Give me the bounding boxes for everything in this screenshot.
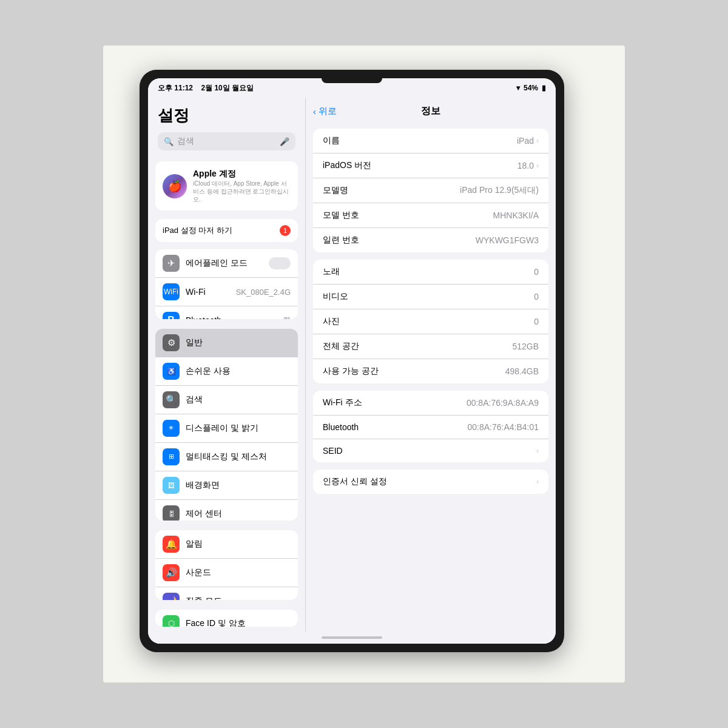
apple-account-item[interactable]: 🍎 Apple 계정 iCloud 데이터, App Store, Apple … — [155, 161, 298, 211]
connectivity-group: ✈ 에어플레인 모드 WiFi Wi-Fi SK_080E_2.4G B Blu… — [155, 249, 298, 319]
sidebar-header: 설정 🔍 검색 🎤 — [148, 98, 305, 155]
status-time: 오후 11:12 — [158, 84, 193, 92]
wifi-address-value: 00:8A:76:9A:8A:A9 — [467, 398, 539, 408]
settings-item-search[interactable]: 🔍 검색 — [155, 386, 298, 414]
settings-item-airplane[interactable]: ✈ 에어플레인 모드 — [155, 249, 298, 278]
info-row-certificate[interactable]: 인증서 신뢰 설정 › — [313, 470, 548, 494]
setup-text: iPad 설정 마저 하기 — [163, 225, 232, 236]
seid-value: › — [536, 447, 539, 455]
notifications-group: 🔔 알림 🔊 사운드 🌙 집중 모드 ⏱ — [155, 530, 298, 600]
apple-account-title: Apple 계정 — [193, 169, 291, 180]
airplane-toggle[interactable] — [269, 257, 291, 269]
status-date: 2월 10일 월요일 — [201, 84, 254, 92]
wallpaper-icon: 🖼 — [163, 477, 180, 494]
settings-item-wallpaper[interactable]: 🖼 배경화면 — [155, 471, 298, 500]
back-label: 위로 — [318, 106, 337, 117]
search-label: 검색 — [186, 394, 291, 405]
accessibility-icon: ♿ — [163, 363, 180, 380]
settings-item-accessibility[interactable]: ♿ 손쉬운 사용 — [155, 357, 298, 386]
name-label: 이름 — [323, 135, 340, 146]
display-label: 디스플레이 및 밝기 — [186, 423, 291, 434]
mic-icon: 🎤 — [280, 137, 289, 146]
wifi-value: SK_080E_2.4G — [236, 288, 291, 297]
certificate-section: 인증서 신뢰 설정 › — [313, 470, 548, 494]
info-row-photos: 사진 0 — [313, 309, 548, 334]
info-row-seid[interactable]: SEID › — [313, 439, 548, 462]
accessibility-label: 손쉬운 사용 — [186, 366, 291, 377]
info-row-ipados[interactable]: iPadOS 버전 18.0 › — [313, 153, 548, 178]
info-row-songs: 노래 0 — [313, 260, 548, 285]
faceid-label: Face ID 및 암호 — [186, 618, 291, 627]
page-background: 오후 11:12 2월 10일 월요일 ▾ 54% ▮ 설정 — [0, 0, 728, 728]
airplane-icon: ✈ — [163, 255, 180, 272]
songs-value: 0 — [534, 267, 539, 277]
settings-sidebar: 설정 🔍 검색 🎤 🍎 Apple 계정 iCloud 데이터, App Sto… — [148, 98, 306, 632]
device-info-section: 이름 iPad › iPadOS 버전 18.0 › — [313, 129, 548, 252]
faceid-icon: ⬡ — [163, 615, 180, 627]
settings-item-bluetooth[interactable]: B Bluetooth 켬 — [155, 306, 298, 319]
available-storage-label: 사용 가능 공간 — [323, 366, 379, 377]
back-chevron-icon: ‹ — [313, 106, 316, 116]
sounds-icon: 🔊 — [163, 564, 180, 581]
notifications-icon: 🔔 — [163, 536, 180, 553]
info-row-videos: 비디오 0 — [313, 285, 548, 309]
nav-back-button[interactable]: ‹ 위로 — [313, 106, 337, 117]
info-row-available-storage: 사용 가능 공간 498.4GB — [313, 359, 548, 383]
ipad-screen: 오후 11:12 2월 10일 월요일 ▾ 54% ▮ 설정 — [148, 78, 556, 644]
settings-item-sounds[interactable]: 🔊 사운드 — [155, 559, 298, 587]
display-icon: ☀ — [163, 420, 180, 437]
settings-item-wifi[interactable]: WiFi Wi-Fi SK_080E_2.4G — [155, 278, 298, 306]
ipad-device: 오후 11:12 2월 10일 월요일 ▾ 54% ▮ 설정 — [140, 70, 564, 652]
serial-value: WYKWG1FGW3 — [476, 235, 539, 245]
info-row-model-name: 모델명 iPad Pro 12.9(5세대) — [313, 178, 548, 203]
network-section: Wi-Fi 주소 00:8A:76:9A:8A:A9 Bluetooth 00:… — [313, 391, 548, 462]
wifi-address-label: Wi-Fi 주소 — [323, 397, 362, 408]
wifi-settings-icon: WiFi — [163, 283, 180, 300]
battery-icon: ▮ — [542, 84, 546, 92]
apple-account-subtitle: iCloud 데이터, App Store, Apple 서비스 등에 접근하려… — [193, 180, 291, 203]
settings-item-notifications[interactable]: 🔔 알림 — [155, 530, 298, 559]
home-bar — [322, 636, 382, 639]
settings-item-faceid[interactable]: ⬡ Face ID 및 암호 — [155, 610, 298, 627]
settings-item-display[interactable]: ☀ 디스플레이 및 밝기 — [155, 414, 298, 443]
info-row-bluetooth-address: Bluetooth 00:8A:76:A4:B4:01 — [313, 416, 548, 439]
search-bar[interactable]: 🔍 검색 🎤 — [158, 132, 295, 150]
certificate-value: › — [536, 477, 539, 486]
search-settings-icon: 🔍 — [163, 391, 180, 408]
ipados-chevron: › — [536, 161, 539, 170]
setup-banner[interactable]: iPad 설정 마저 하기 1 — [155, 219, 298, 242]
available-storage-value: 498.4GB — [505, 366, 539, 376]
faceid-group: ⬡ Face ID 및 암호 — [155, 610, 298, 627]
info-row-wifi-address: Wi-Fi 주소 00:8A:76:9A:8A:A9 — [313, 391, 548, 416]
sounds-label: 사운드 — [186, 567, 291, 578]
settings-item-general[interactable]: ⚙ 일반 — [155, 329, 298, 357]
model-number-value: MHNK3KI/A — [493, 211, 539, 220]
storage-section: 노래 0 비디오 0 사진 0 전체 공간 51 — [313, 260, 548, 383]
search-input[interactable]: 검색 — [177, 136, 276, 147]
info-row-model-number: 모델 번호 MHNK3KI/A — [313, 203, 548, 228]
status-time-date: 오후 11:12 2월 10일 월요일 — [158, 83, 254, 93]
notifications-label: 알림 — [186, 539, 291, 550]
wifi-label: Wi-Fi — [186, 287, 230, 297]
control-center-label: 제어 센터 — [186, 508, 291, 519]
name-chevron: › — [536, 136, 539, 145]
camera-notch — [322, 78, 382, 83]
general-icon: ⚙ — [163, 334, 180, 351]
info-row-name[interactable]: 이름 iPad › — [313, 129, 548, 153]
model-number-label: 모델 번호 — [323, 210, 359, 221]
info-row-total-storage: 전체 공간 512GB — [313, 334, 548, 359]
home-indicator — [148, 632, 556, 644]
settings-item-multitasking[interactable]: ⊞ 멀티태스킹 및 제스처 — [155, 443, 298, 471]
apple-account-text: Apple 계정 iCloud 데이터, App Store, Apple 서비… — [193, 169, 291, 203]
seid-chevron: › — [536, 447, 539, 455]
info-panel: ‹ 위로 정보 이름 iPad › — [306, 98, 556, 632]
ipados-label: iPadOS 버전 — [323, 160, 371, 171]
info-row-serial: 일련 번호 WYKWG1FGW3 — [313, 228, 548, 252]
general-group: ⚙ 일반 ♿ 손쉬운 사용 🔍 검색 ☀ 디스 — [155, 329, 298, 521]
settings-item-focus[interactable]: 🌙 집중 모드 — [155, 587, 298, 600]
settings-item-control-center[interactable]: 🎛 제어 센터 — [155, 500, 298, 521]
seid-label: SEID — [323, 446, 343, 456]
settings-title: 설정 — [158, 105, 295, 126]
photos-label: 사진 — [323, 316, 340, 327]
content-area: 설정 🔍 검색 🎤 🍎 Apple 계정 iCloud 데이터, App Sto… — [148, 98, 556, 632]
